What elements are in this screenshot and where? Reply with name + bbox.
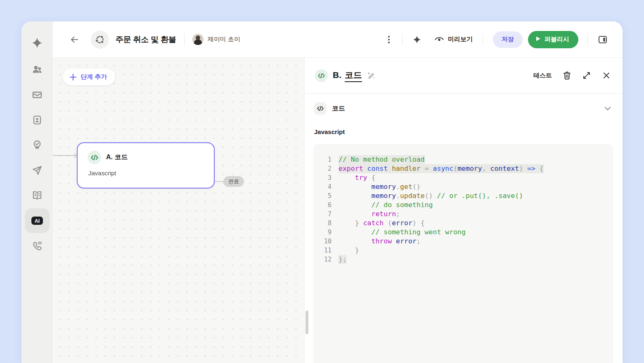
expand-icon[interactable]: [582, 71, 592, 80]
people-icon: [32, 64, 43, 75]
workflow-title[interactable]: 주문 취소 및 환불: [116, 34, 176, 45]
code-line: 12};: [319, 255, 609, 264]
publish-label: 퍼블리시: [545, 35, 569, 43]
code-line: 3 try {: [319, 173, 609, 182]
code-icon: [314, 102, 327, 115]
panel-title: B. 코드: [333, 69, 362, 82]
more-menu-button[interactable]: [384, 34, 394, 45]
panel-title-editable[interactable]: 코드: [345, 69, 362, 82]
node-a-code[interactable]: A. 코드 Javascript: [77, 142, 215, 189]
test-button[interactable]: 테스트: [533, 72, 552, 80]
node-title: A. 코드: [106, 153, 128, 162]
edge-outgoing-line: [215, 181, 224, 182]
panel-toggle-button[interactable]: [597, 34, 608, 45]
sparkle-logo-icon: [31, 37, 43, 49]
app-window: AI 주문 취소 및 환불 제이미 초이: [21, 21, 623, 363]
publish-button[interactable]: 퍼블리시: [528, 31, 578, 48]
code-line: 11 }: [319, 246, 609, 255]
sidebar-item-calls[interactable]: [25, 233, 50, 258]
sidebar-item-logo[interactable]: [25, 31, 50, 55]
sidebar-item-ai[interactable]: AI: [25, 208, 50, 233]
send-plane-icon: [32, 165, 43, 176]
back-button[interactable]: [69, 34, 80, 45]
code-line: 9 // something went wrong: [319, 228, 609, 237]
code-icon: [88, 151, 101, 164]
panel-title-prefix: B.: [333, 70, 341, 80]
sidebar-item-people[interactable]: [25, 57, 50, 82]
avatar: [192, 34, 204, 45]
workflow-canvas[interactable]: 단계 추가 A. 코드 Javascript 완료: [53, 58, 304, 363]
preview-label: 미리보기: [448, 35, 473, 43]
sidebar-item-contacts[interactable]: [25, 108, 50, 132]
chevron-down-icon[interactable]: [604, 104, 612, 113]
eye-icon: [434, 35, 444, 44]
code-line: 8 } catch (error) {: [319, 219, 609, 228]
phone-call-icon: [32, 240, 43, 251]
sidebar-item-docs[interactable]: [25, 183, 50, 208]
sidebar: AI: [21, 21, 53, 363]
divider: [483, 34, 483, 45]
contact-card-icon: [32, 115, 43, 125]
code-section-header[interactable]: 코드: [313, 102, 613, 115]
divider: [184, 34, 185, 45]
inbox-icon: [32, 90, 43, 100]
panel-body: 코드 Javascript 1// No method overload2exp…: [305, 94, 623, 363]
sidebar-item-badge[interactable]: [25, 133, 50, 158]
ai-sparkle-button[interactable]: [412, 35, 422, 45]
node-subtitle: Javascript: [78, 164, 214, 177]
code-line: 7 return;: [319, 210, 609, 219]
code-line: 10 throw error;: [319, 237, 609, 246]
code-line: 5 memory.update() // or .put(), .save(): [319, 191, 609, 200]
preview-button[interactable]: 미리보기: [434, 35, 473, 44]
badge-check-icon: [32, 140, 43, 151]
sidebar-item-inbox[interactable]: [25, 82, 50, 107]
delete-icon[interactable]: [562, 71, 572, 80]
sidebar-item-campaigns[interactable]: [25, 158, 50, 183]
code-line: 4 memory.get(): [319, 182, 609, 191]
add-step-label: 단계 추가: [80, 73, 107, 81]
code-line: 1// No method overload: [319, 155, 609, 164]
code-line: 6 // do something: [319, 200, 609, 210]
edge-label-text: 완료: [228, 178, 239, 185]
code-line: 2export const handler = async(memory, co…: [319, 164, 609, 173]
workflow-icon: [91, 31, 109, 49]
edge-incoming-arrow: [53, 155, 76, 156]
code-editor[interactable]: 1// No method overload2export const hand…: [313, 144, 613, 363]
divider: [402, 34, 402, 45]
code-section-title: 코드: [332, 104, 345, 113]
divider: [587, 34, 588, 45]
edge-label-complete[interactable]: 완료: [223, 176, 244, 187]
scrollbar-thumb[interactable]: [305, 311, 308, 334]
plus-icon: [69, 73, 77, 81]
code-lines: 1// No method overload2export const hand…: [319, 155, 609, 264]
add-step-button[interactable]: 단계 추가: [63, 68, 115, 85]
author-name: 제이미 초이: [208, 35, 240, 43]
svg-text:AI: AI: [35, 218, 40, 224]
edit-title-icon[interactable]: [367, 71, 376, 80]
ai-badge-icon: AI: [31, 215, 44, 226]
step-detail-panel: B. 코드 테스트: [304, 58, 623, 363]
open-book-icon: [32, 190, 43, 201]
main-area: 주문 취소 및 환불 제이미 초이 미리보기: [53, 21, 623, 363]
code-icon: [315, 69, 328, 82]
topbar: 주문 취소 및 환불 제이미 초이 미리보기: [53, 21, 623, 58]
play-icon: [535, 36, 541, 43]
close-icon[interactable]: [601, 71, 611, 80]
save-button[interactable]: 저장: [493, 31, 523, 48]
panel-header: B. 코드 테스트: [305, 58, 623, 94]
language-label: Javascript: [314, 128, 613, 135]
